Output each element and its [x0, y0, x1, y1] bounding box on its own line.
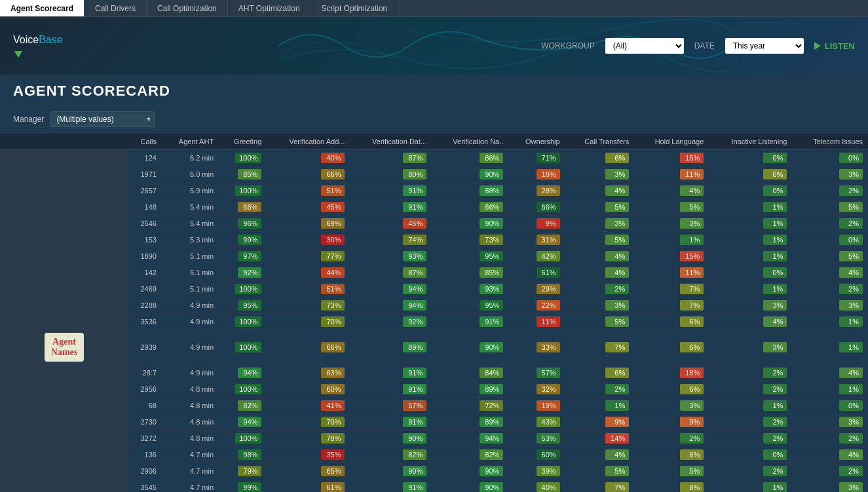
cell-aht: 4.9 min	[162, 314, 219, 330]
cell-greeting: 100%	[219, 150, 267, 166]
cell-call_transfers: 5%	[565, 314, 635, 330]
cell-hold_language: 3%	[634, 398, 709, 414]
cell-verif_na: 82%	[432, 447, 508, 463]
tab-aht-optimization[interactable]: AHT Optimization	[228, 0, 311, 16]
cell-calls: 124	[128, 150, 162, 166]
cell-ownership: 40%	[508, 480, 565, 493]
cell-verif_dat: 91%	[350, 183, 432, 199]
listen-button[interactable]: LISTEN	[814, 41, 855, 51]
agent-cell	[0, 480, 128, 493]
cell-verif_na: 86%	[432, 150, 508, 166]
cell-call_transfers: 7%	[565, 480, 635, 493]
cell-verif_na: 90%	[432, 216, 508, 232]
tab-call-optimization[interactable]: Call Optimization	[147, 0, 228, 16]
cell-verif_na: 88%	[432, 183, 508, 199]
cell-verif_na: 91%	[432, 314, 508, 330]
cell-verif_na: 89%	[432, 414, 508, 430]
cell-hold_language: 2%	[634, 430, 709, 447]
table-row: 27304.8 min94%70%91%89%43%9%9%2%3%	[0, 414, 868, 430]
cell-verif_add: 40%	[267, 150, 350, 166]
cell-inactive: 2%	[709, 365, 792, 381]
table-row: 1364.7 min98%35%82%82%60%4%6%0%4%	[0, 447, 868, 463]
col-calls: Calls	[128, 134, 162, 150]
cell-inactive: 1%	[709, 480, 792, 493]
cell-aht: 6.0 min	[162, 166, 219, 183]
cell-calls: 148	[128, 199, 162, 216]
cell-inactive: 0%	[709, 183, 792, 199]
cell-verif_dat: 91%	[350, 414, 432, 430]
cell-ownership: 60%	[508, 447, 565, 463]
cell-verif_dat: 94%	[350, 281, 432, 297]
cell-calls: 3272	[128, 430, 162, 447]
cell-inactive: 2%	[709, 463, 792, 480]
cell-greeting: 68%	[219, 199, 267, 216]
cell-call_transfers: 2%	[565, 381, 635, 398]
cell-verif_dat: 82%	[350, 447, 432, 463]
agent-cell	[0, 365, 128, 381]
cell-calls: 1890	[128, 248, 162, 265]
cell-hold_language: 11%	[634, 166, 709, 183]
cell-verif_dat: 57%	[350, 398, 432, 414]
manager-select[interactable]: (Multiple values)	[50, 111, 155, 127]
cell-ownership: 11%	[508, 314, 565, 330]
cell-call_transfers: 7%	[565, 330, 635, 365]
cell-calls: 2546	[128, 216, 162, 232]
cell-ownership: 43%	[508, 414, 565, 430]
cell-verif_add: 61%	[267, 480, 350, 493]
cell-telecom: 3%	[792, 297, 868, 314]
cell-call_transfers: 3%	[565, 166, 635, 183]
cell-telecom: 3%	[792, 414, 868, 430]
listen-label: LISTEN	[825, 41, 855, 51]
table-row: 25465.4 min96%69%45%90%9%3%3%1%2%	[0, 216, 868, 232]
cell-aht: 5.3 min	[162, 232, 219, 248]
cell-verif_dat: 91%	[350, 480, 432, 493]
cell-verif_add: 73%	[267, 297, 350, 314]
cell-greeting: 100%	[219, 430, 267, 447]
cell-verif_dat: 90%	[350, 430, 432, 447]
cell-hold_language: 18%	[634, 365, 709, 381]
agent-cell	[0, 297, 128, 314]
cell-aht: 5.1 min	[162, 265, 219, 281]
cell-verif_dat: 91%	[350, 199, 432, 216]
cell-verif_dat: 80%	[350, 166, 432, 183]
cell-call_transfers: 5%	[565, 463, 635, 480]
cell-hold_language: 4%	[634, 183, 709, 199]
cell-inactive: 0%	[709, 150, 792, 166]
tab-script-optimization[interactable]: Script Optimization	[311, 0, 399, 16]
play-icon	[814, 42, 821, 50]
header-right: WORKGROUP (All) DATE This year LISTEN	[541, 38, 855, 54]
cell-hold_language: 6%	[634, 314, 709, 330]
cell-verif_na: 95%	[432, 297, 508, 314]
cell-calls: 136	[128, 447, 162, 463]
table-row: 1425.1 min92%44%87%85%61%4%11%0%4%	[0, 265, 868, 281]
header: VoiceBase WORKGROUP (All) DATE This year…	[0, 17, 868, 75]
cell-verif_add: 44%	[267, 265, 350, 281]
cell-calls: 2657	[128, 183, 162, 199]
workgroup-select[interactable]: (All)	[605, 38, 684, 54]
cell-aht: 4.7 min	[162, 447, 219, 463]
cell-call_transfers: 3%	[565, 216, 635, 232]
agent-cell	[0, 430, 128, 447]
cell-ownership: 57%	[508, 365, 565, 381]
agent-cell	[0, 447, 128, 463]
table-row: 19716.0 min85%66%80%90%18%3%11%6%3%	[0, 166, 868, 183]
tab-agent-scorecard[interactable]: Agent Scorecard	[0, 0, 85, 16]
cell-verif_dat: 94%	[350, 297, 432, 314]
cell-verif_add: 51%	[267, 281, 350, 297]
cell-inactive: 1%	[709, 248, 792, 265]
cell-call_transfers: 2%	[565, 281, 635, 297]
tab-call-drivers[interactable]: Call Drivers	[85, 0, 147, 16]
cell-greeting: 100%	[219, 281, 267, 297]
table-row: 32724.8 min100%78%90%94%53%14%2%2%2%	[0, 430, 868, 447]
cell-telecom: 5%	[792, 248, 868, 265]
cell-telecom: 2%	[792, 216, 868, 232]
date-select[interactable]: This year	[725, 38, 804, 54]
cell-greeting: 100%	[219, 381, 267, 398]
cell-verif_add: 30%	[267, 232, 350, 248]
cell-hold_language: 6%	[634, 330, 709, 365]
cell-ownership: 18%	[508, 166, 565, 183]
cell-ownership: 39%	[508, 463, 565, 480]
cell-verif_dat: 45%	[350, 216, 432, 232]
logo-voice: Voice	[13, 34, 39, 45]
cell-telecom: 0%	[792, 150, 868, 166]
